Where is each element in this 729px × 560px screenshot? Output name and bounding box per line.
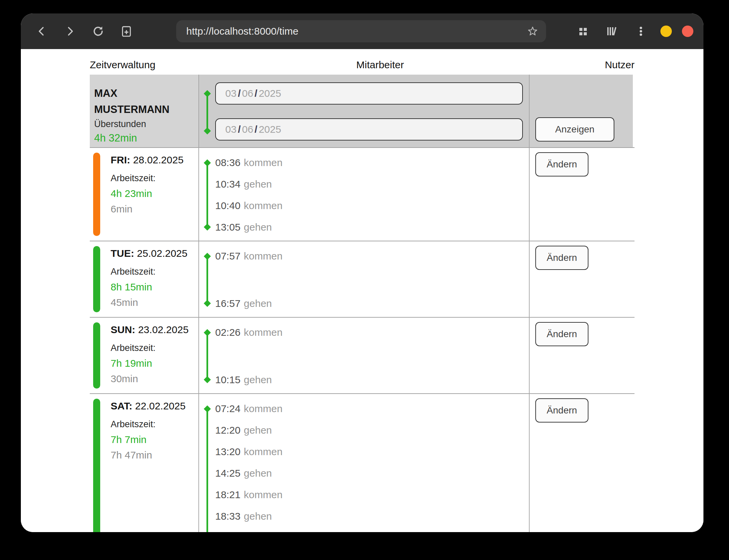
- time-entry: 14:25gehen: [198, 463, 529, 484]
- overtime-label: Überstunden: [94, 119, 198, 129]
- nav-item-zeitverwaltung[interactable]: Zeitverwaltung: [90, 59, 155, 71]
- row-action-cell: Ändern: [529, 241, 633, 317]
- url-text: http://localhost:8000/time: [186, 26, 527, 37]
- employee-summary-cell: MAX MUSTERMANN Überstunden 4h 32min: [90, 75, 198, 147]
- worktime-value: 7h 19min: [111, 357, 198, 369]
- address-bar[interactable]: http://localhost:8000/time: [176, 20, 546, 42]
- day-row: SUN: 23.02.2025 Arbeitszeit: 7h 19min 30…: [90, 317, 635, 393]
- entry-kind: kommen: [244, 200, 282, 211]
- worktime-label: Arbeitszeit:: [111, 173, 198, 184]
- time-entry: 02:26kommen: [198, 322, 529, 343]
- date-to-month: 03: [225, 124, 236, 135]
- apps-grid-icon: [577, 25, 589, 37]
- entry-kind: gehen: [244, 511, 272, 522]
- aendern-button[interactable]: Ändern: [535, 152, 588, 176]
- day-row: FRI: 28.02.2025 Arbeitszeit: 4h 23min 6m…: [90, 147, 635, 241]
- entry-kind: kommen: [244, 250, 282, 262]
- day-date: 28.02.2025: [133, 154, 184, 165]
- entry-time: 10:40: [215, 200, 240, 211]
- reload-icon: [91, 25, 105, 38]
- entry-time: 18:33: [215, 511, 240, 522]
- day-summary-cell: SAT: 22.02.2025 Arbeitszeit: 7h 7min 7h …: [90, 394, 198, 532]
- time-page: Zeitverwaltung Mitarbeiter Nutzer MAX MU…: [21, 49, 703, 532]
- time-entry: 16:57gehen: [198, 293, 529, 314]
- date-to-input[interactable]: 03/06/2025: [215, 118, 523, 141]
- time-entry: 18:33gehen: [198, 506, 529, 527]
- titlebar-right-icons: [574, 22, 693, 41]
- entry-kind: gehen: [244, 468, 272, 479]
- library-icon: [605, 25, 619, 38]
- pause-value: 30min: [111, 373, 198, 385]
- row-action-cell: Ändern: [529, 394, 633, 532]
- day-summary-cell: FRI: 28.02.2025 Arbeitszeit: 4h 23min 6m…: [90, 148, 198, 241]
- entry-time: 16:57: [215, 298, 240, 309]
- pause-value: 6min: [111, 203, 198, 215]
- kebab-menu-icon: [635, 25, 647, 38]
- day-status-bar: [93, 153, 100, 236]
- anzeigen-button[interactable]: Anzeigen: [535, 117, 614, 142]
- worktime-label: Arbeitszeit:: [111, 419, 198, 430]
- browser-window: http://localhost:8000/time: [21, 13, 703, 532]
- library-button[interactable]: [603, 22, 621, 41]
- close-button[interactable]: [682, 26, 693, 37]
- nav-item-mitarbeiter[interactable]: Mitarbeiter: [356, 59, 404, 71]
- day-abbrev: FRI:: [111, 154, 130, 165]
- day-status-bar: [93, 246, 100, 312]
- worktime-value: 4h 23min: [111, 188, 198, 200]
- day-abbrev: SAT:: [111, 400, 132, 411]
- column-divider: [198, 75, 199, 532]
- aendern-button[interactable]: Ändern: [535, 246, 588, 270]
- column-divider: [529, 75, 530, 532]
- time-entries: 02:26kommen 10:15gehen: [198, 318, 529, 393]
- new-tab-icon: [120, 25, 133, 38]
- bookmark-star-icon[interactable]: [527, 25, 539, 37]
- reload-button[interactable]: [89, 22, 108, 41]
- time-entry: 18:21kommen: [198, 484, 529, 506]
- day-abbrev: TUE:: [111, 248, 134, 259]
- time-entries-cell: 02:26kommen 10:15gehen: [198, 318, 529, 393]
- entry-kind: kommen: [244, 157, 282, 168]
- nav-item-nutzer[interactable]: Nutzer: [605, 59, 635, 71]
- day-abbrev: SUN:: [111, 324, 135, 335]
- menu-button[interactable]: [631, 22, 650, 41]
- time-table-rows: FRI: 28.02.2025 Arbeitszeit: 4h 23min 6m…: [90, 147, 635, 532]
- time-span-connector: [206, 332, 208, 380]
- entry-kind: kommen: [244, 403, 282, 414]
- entry-kind: gehen: [244, 298, 272, 309]
- time-entry: 07:24kommen: [198, 398, 529, 419]
- date-from-input[interactable]: 03/06/2025: [215, 82, 523, 105]
- entry-kind: kommen: [244, 489, 282, 500]
- time-entries-cell: 07:57kommen 16:57gehen: [198, 241, 529, 317]
- aendern-button[interactable]: Ändern: [535, 398, 588, 423]
- entry-time: 10:34: [215, 178, 240, 190]
- aendern-button[interactable]: Ändern: [535, 322, 588, 346]
- main-nav: Zeitverwaltung Mitarbeiter Nutzer: [90, 49, 635, 75]
- day-row: TUE: 25.02.2025 Arbeitszeit: 8h 15min 45…: [90, 241, 635, 317]
- day-summary-cell: TUE: 25.02.2025 Arbeitszeit: 8h 15min 45…: [90, 241, 198, 317]
- browser-titlebar: http://localhost:8000/time: [21, 13, 703, 49]
- time-entry: 10:15gehen: [198, 369, 529, 391]
- day-summary-cell: SUN: 23.02.2025 Arbeitszeit: 7h 19min 30…: [90, 318, 198, 393]
- time-entries: 07:57kommen 16:57gehen: [198, 241, 529, 317]
- day-date: 25.02.2025: [137, 248, 187, 259]
- time-entry: 21:34kommen: [198, 527, 529, 532]
- back-button[interactable]: [32, 22, 51, 41]
- time-span-connector: [206, 409, 208, 532]
- worktime-label: Arbeitszeit:: [111, 343, 198, 353]
- forward-button[interactable]: [61, 22, 79, 41]
- date-range-cell: 03/06/2025 03/06/2025: [198, 75, 529, 147]
- entry-time: 18:21: [215, 489, 240, 500]
- time-table: MAX MUSTERMANN Überstunden 4h 32min 03/0…: [90, 75, 635, 532]
- entry-time: 10:15: [215, 374, 240, 385]
- time-entry: 13:20kommen: [198, 441, 529, 463]
- employee-first-name: MAX: [94, 85, 198, 102]
- apps-grid-button[interactable]: [574, 22, 592, 41]
- date-to-year: 2025: [259, 124, 281, 135]
- minimize-button[interactable]: [660, 26, 672, 37]
- time-entry: 10:40kommen: [198, 195, 529, 216]
- entry-time: 08:36: [215, 157, 240, 168]
- worktime-value: 8h 15min: [111, 281, 198, 293]
- new-tab-button[interactable]: [117, 22, 136, 41]
- entry-kind: gehen: [244, 374, 272, 385]
- back-icon: [39, 28, 43, 35]
